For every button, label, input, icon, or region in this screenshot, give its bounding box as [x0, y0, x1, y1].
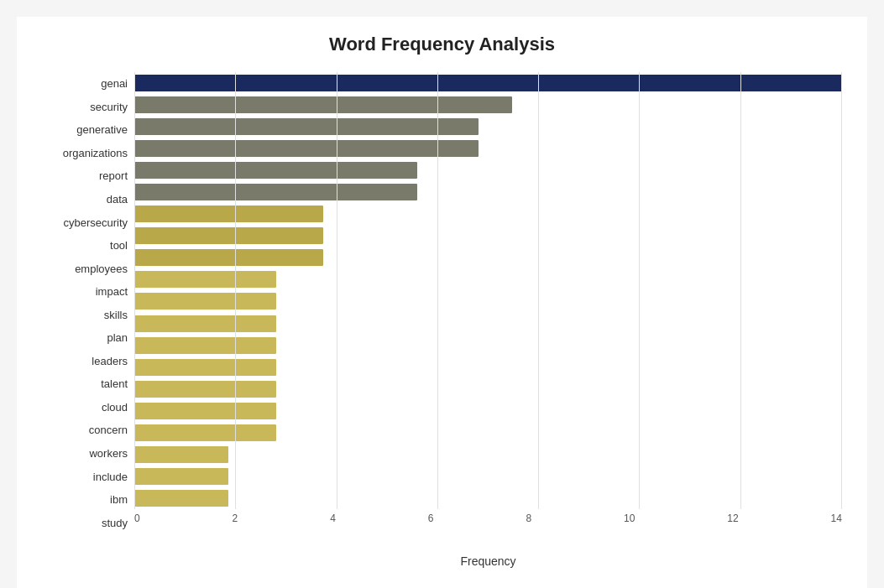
bar-row [134, 159, 842, 181]
bar [134, 490, 228, 507]
bar-row [134, 268, 842, 290]
y-label: report [99, 164, 128, 188]
x-tick: 0 [134, 513, 140, 524]
y-label: plan [107, 326, 128, 350]
x-tick: 14 [831, 513, 842, 524]
y-label: leaders [92, 350, 128, 373]
x-tick: 2 [233, 513, 238, 524]
y-label: talent [101, 372, 128, 396]
bar [134, 315, 276, 332]
y-label: cloud [102, 396, 128, 419]
x-tick: 6 [428, 513, 434, 524]
y-label: workers [89, 442, 128, 466]
bar-row [134, 422, 842, 444]
y-label: employees [75, 257, 128, 280]
bar [134, 118, 479, 135]
y-label: tool [110, 234, 128, 258]
x-axis-label: Frequency [460, 554, 515, 568]
bar-row [134, 181, 842, 203]
bar [134, 227, 323, 244]
y-label: security [90, 96, 128, 119]
y-label: skills [104, 303, 128, 326]
y-label: ibm [110, 488, 128, 512]
x-axis: 02468101214 [134, 509, 842, 534]
bar [134, 162, 417, 179]
bar-row [134, 378, 842, 400]
bar-row [134, 466, 842, 487]
y-label: impact [96, 280, 128, 304]
bar-row [134, 487, 842, 509]
x-tick: 10 [624, 513, 635, 524]
bar [134, 293, 276, 310]
y-label: organizations [63, 142, 128, 165]
y-label: concern [89, 419, 128, 442]
bar [134, 381, 276, 398]
bar-row [134, 72, 842, 94]
bar-row [134, 444, 842, 466]
bar [134, 96, 512, 113]
y-label: cybersecurity [63, 211, 128, 234]
x-tick: 12 [727, 513, 738, 524]
bar-row [134, 116, 842, 138]
x-tick: 4 [330, 513, 336, 524]
y-label: genai [101, 72, 128, 96]
bar-row [134, 335, 842, 356]
bar [134, 140, 479, 157]
bar-row [134, 400, 842, 422]
bar-row [134, 356, 842, 378]
y-label: generative [76, 118, 128, 142]
bar [134, 359, 276, 376]
bar [134, 75, 842, 91]
bar [134, 184, 417, 200]
chart-title: Word Frequency Analysis [42, 34, 842, 55]
bar-row [134, 290, 842, 312]
chart-container: Word Frequency Analysis genaisecuritygen… [17, 17, 867, 588]
x-tick: 8 [526, 513, 531, 524]
bar [134, 468, 228, 485]
bar [134, 337, 276, 354]
bar-row [134, 247, 842, 268]
y-label: data [107, 188, 128, 211]
bars-container [134, 72, 842, 534]
bar-row [134, 225, 842, 247]
chart-area: genaisecuritygenerativeorganizationsrepo… [42, 72, 842, 534]
bar [134, 424, 276, 441]
y-label: include [93, 465, 128, 488]
bar [134, 271, 276, 288]
bar [134, 403, 276, 419]
y-label: study [102, 511, 128, 534]
bars-and-grid: 02468101214 Frequency [134, 72, 842, 534]
y-axis: genaisecuritygenerativeorganizationsrepo… [42, 72, 134, 534]
bar [134, 206, 323, 222]
bar-row [134, 313, 842, 335]
bar [134, 249, 323, 266]
bar-row [134, 138, 842, 159]
bar-row [134, 94, 842, 116]
bar [134, 446, 228, 463]
bar-row [134, 203, 842, 225]
